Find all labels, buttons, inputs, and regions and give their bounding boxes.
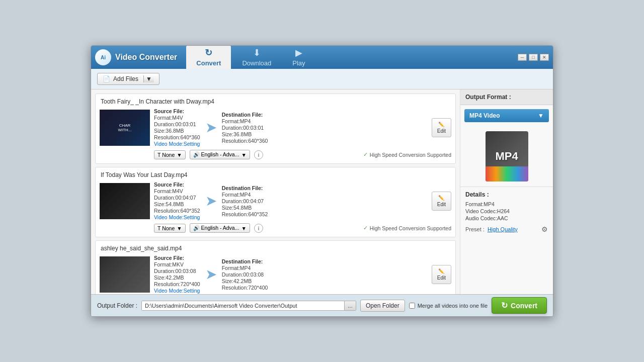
- maximize-button[interactable]: □: [529, 54, 538, 61]
- edit-label: Edit: [437, 128, 446, 134]
- video-mode-link[interactable]: Video Mode:Setting: [154, 214, 200, 220]
- subtitle-dropdown[interactable]: T None ▼: [154, 150, 186, 159]
- conversion-support: ✓ High Speed Conversion Supported: [363, 151, 451, 158]
- edit-button[interactable]: ✏️ Edit: [432, 118, 451, 137]
- file-info: Source File: Format:M4V Duration:00:03:0…: [154, 108, 451, 147]
- source-label: Source File:: [154, 182, 200, 188]
- list-item: If Today Was Your Last Day.mp4 Source Fi…: [95, 167, 456, 237]
- dest-size: Size:42.2MB: [222, 278, 268, 284]
- play-tab-icon: ▶: [295, 47, 302, 58]
- file-item-footer: T None ▼ 🔊 English - Adva... ▼ i ✓ High …: [100, 223, 451, 233]
- edit-button[interactable]: ✏️ Edit: [432, 265, 451, 284]
- output-format-header: Output Format :: [460, 89, 553, 105]
- dest-info: Destination File: Format:MP4 Duration:00…: [222, 112, 268, 144]
- convert-btn-icon: ↻: [501, 301, 508, 310]
- title-bar-left: Ai Video Converter ↻ Convert ⬇ Download …: [95, 45, 518, 70]
- source-size: Size:54.8MB: [154, 201, 200, 207]
- file-thumbnail: [100, 256, 150, 293]
- subtitle-dropdown[interactable]: T None ▼: [154, 224, 186, 233]
- support-text: High Speed Conversion Supported: [370, 225, 451, 231]
- merge-checkbox[interactable]: [409, 303, 415, 309]
- dest-info: Destination File: Format:MP4 Duration:00…: [222, 258, 268, 291]
- edit-icon: ✏️: [438, 122, 444, 127]
- convert-tab-label: Convert: [196, 59, 221, 67]
- audio-text: 🔊 English - Adva...: [193, 151, 239, 158]
- audio-dropdown[interactable]: 🔊 English - Adva... ▼: [190, 150, 250, 159]
- thumbnail-text: CHARWITH...: [100, 123, 150, 132]
- list-item: ashley he_said_she_said.mp4 Source File:…: [95, 240, 456, 294]
- edit-icon: ✏️: [438, 195, 444, 201]
- edit-label: Edit: [437, 275, 446, 281]
- dest-label: Destination File:: [222, 185, 268, 191]
- preset-value[interactable]: High Quality: [488, 226, 518, 232]
- dest-duration: Duration:00:03:08: [222, 272, 268, 278]
- subtitle-text: T None: [157, 152, 175, 158]
- list-item: Tooth Fairy_ _In Character with Dway.mp4…: [95, 94, 456, 164]
- info-button[interactable]: i: [254, 224, 263, 233]
- source-format: Format:M4V: [154, 188, 200, 194]
- edit-button[interactable]: ✏️ Edit: [432, 192, 451, 211]
- detail-audio-codec: Audio Codec:AAC: [465, 215, 548, 221]
- source-dest-container: Source File: Format:M4V Duration:00:03:0…: [154, 108, 428, 147]
- details-section: Details : Format:MP4 Video Codec:H264 Au…: [460, 187, 553, 237]
- minimize-button[interactable]: ─: [518, 54, 527, 61]
- source-dest-container: Source File: Format:MKV Duration:00:03:0…: [154, 255, 428, 294]
- app-title: Video Converter: [115, 53, 177, 62]
- open-folder-button[interactable]: Open Folder: [360, 300, 405, 312]
- mp4-icon: MP4: [486, 131, 528, 182]
- preset-row: Preset : High Quality ⚙: [465, 225, 548, 233]
- source-size: Size:42.2MB: [154, 275, 200, 281]
- tab-play[interactable]: ▶ Play: [282, 45, 315, 70]
- toolbar: 📄 Add Files ▼: [91, 69, 553, 89]
- nav-tabs: ↻ Convert ⬇ Download ▶ Play: [186, 45, 315, 70]
- conversion-support: ✓ High Speed Conversion Supported: [363, 225, 451, 231]
- folder-input-container: ...: [141, 301, 356, 311]
- dest-format: Format:MP4: [222, 265, 268, 271]
- source-info: Source File: Format:M4V Duration:00:03:0…: [154, 108, 200, 147]
- file-name: ashley he_said_she_said.mp4: [100, 245, 451, 252]
- app-logo: Ai: [95, 49, 111, 65]
- file-item-footer: T None ▼ 🔊 English - Adva... ▼ i ✓ High …: [100, 150, 451, 159]
- edit-icon: ✏️: [438, 268, 444, 274]
- download-tab-label: Download: [242, 59, 271, 67]
- tab-download[interactable]: ⬇ Download: [232, 45, 281, 70]
- format-selector-button[interactable]: MP4 Video ▼: [464, 109, 549, 122]
- dest-label: Destination File:: [222, 258, 268, 264]
- add-files-button[interactable]: 📄 Add Files ▼: [97, 73, 159, 85]
- audio-dropdown[interactable]: 🔊 English - Adva... ▼: [190, 223, 250, 233]
- dest-size: Size:54.8MB: [222, 205, 268, 211]
- mp4-preview: MP4: [460, 126, 553, 187]
- details-title: Details :: [465, 191, 548, 198]
- app-window: Ai Video Converter ↻ Convert ⬇ Download …: [91, 45, 553, 317]
- download-tab-icon: ⬇: [253, 47, 261, 58]
- file-item-body: Source File: Format:MKV Duration:00:03:0…: [100, 255, 451, 294]
- file-name: Tooth Fairy_ _In Character with Dway.mp4: [100, 98, 451, 105]
- detail-format: Format:MP4: [465, 201, 548, 207]
- subtitle-text: T None: [157, 225, 175, 231]
- folder-path-input[interactable]: [142, 301, 344, 310]
- format-name: MP4 Video: [469, 112, 500, 119]
- convert-arrow-icon: ➤: [205, 119, 217, 136]
- logo-text: Ai: [101, 55, 106, 60]
- convert-tab-icon: ↻: [205, 47, 212, 58]
- merge-checkbox-container: Merge all videos into one file: [409, 303, 488, 309]
- close-button[interactable]: ✕: [540, 54, 549, 61]
- tab-convert[interactable]: ↻ Convert: [186, 45, 231, 70]
- folder-browse-button[interactable]: ...: [344, 301, 356, 310]
- dest-info: Destination File: Format:MP4 Duration:00…: [222, 185, 268, 217]
- settings-gear-icon[interactable]: ⚙: [541, 225, 548, 233]
- output-folder-label: Output Folder :: [97, 302, 137, 309]
- file-item-body: CHARWITH... Source File: Format:M4V Dura…: [100, 108, 451, 147]
- info-button[interactable]: i: [254, 150, 263, 159]
- support-text: High Speed Conversion Supported: [370, 152, 451, 158]
- file-thumbnail: [100, 183, 150, 219]
- add-files-dropdown-arrow[interactable]: ▼: [143, 75, 154, 82]
- source-duration: Duration:00:03:01: [154, 121, 200, 127]
- source-resolution: Resolution:640*352: [154, 208, 200, 214]
- convert-btn-label: Convert: [511, 302, 537, 310]
- video-mode-link[interactable]: Video Mode:Setting: [154, 141, 200, 147]
- source-duration: Duration:00:03:08: [154, 268, 200, 274]
- video-mode-link[interactable]: Video Mode:Setting: [154, 288, 200, 294]
- convert-button[interactable]: ↻ Convert: [492, 297, 547, 314]
- dest-format: Format:MP4: [222, 118, 268, 124]
